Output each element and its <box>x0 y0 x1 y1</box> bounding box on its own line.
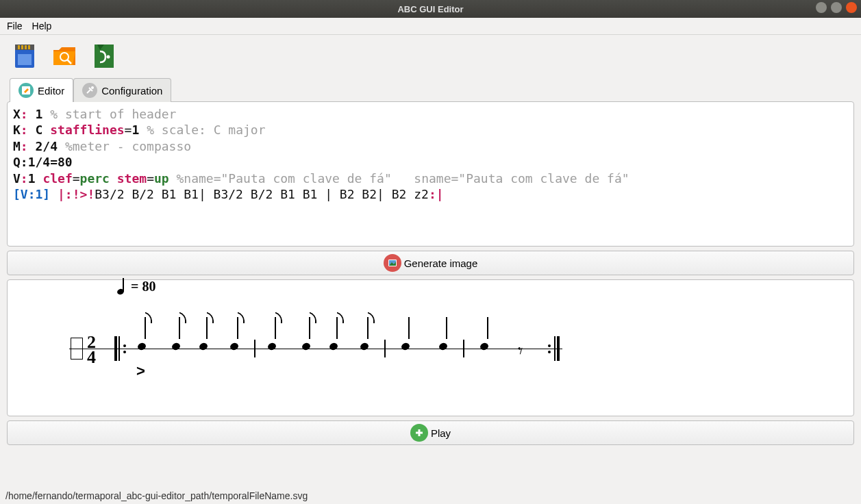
status-path: /home/fernando/termaporal_abc-gui-editor… <box>5 490 308 501</box>
quarter-note-icon <box>117 279 127 294</box>
menu-file[interactable]: File <box>7 21 23 32</box>
svg-rect-9 <box>95 45 114 68</box>
svg-point-13 <box>91 86 94 89</box>
generate-image-label: Generate image <box>404 257 478 269</box>
tempo-marking: = 80 <box>117 279 155 294</box>
edit-icon <box>18 83 34 98</box>
window-controls <box>816 2 857 13</box>
time-signature: 24 <box>87 335 96 365</box>
menu-help[interactable]: Help <box>32 21 52 32</box>
content-area: Editor Configuration X: 1 % start of hea… <box>0 77 861 489</box>
svg-rect-3 <box>21 45 23 49</box>
accent-mark: > <box>136 362 145 380</box>
toolbar <box>0 35 861 77</box>
score-preview: = 80 24 > 𝄾 <box>7 279 854 416</box>
abc-code-editor[interactable]: X: 1 % start of header K: C stafflines=1… <box>13 106 848 242</box>
repeat-end <box>546 336 560 361</box>
tabstrip: Editor Configuration <box>10 77 854 101</box>
play-button[interactable]: Play <box>7 420 854 445</box>
svg-rect-2 <box>18 45 20 49</box>
maximize-icon[interactable] <box>831 2 842 13</box>
folder-search-icon <box>51 42 78 69</box>
svg-rect-6 <box>18 54 32 65</box>
minimize-icon[interactable] <box>816 2 827 13</box>
statusbar: /home/fernando/termaporal_abc-gui-editor… <box>0 489 861 504</box>
svg-point-11 <box>107 55 110 59</box>
export-bracket-icon <box>90 42 118 69</box>
barline <box>463 340 464 357</box>
tab-configuration[interactable]: Configuration <box>73 78 171 102</box>
export-button[interactable] <box>89 40 119 71</box>
play-icon <box>410 424 428 442</box>
tab-configuration-label: Configuration <box>101 85 162 97</box>
barline <box>254 340 255 357</box>
tab-editor-label: Editor <box>38 85 64 97</box>
window-title: ABC GUI Editor <box>0 4 861 14</box>
sd-card-icon <box>11 42 38 69</box>
repeat-start <box>114 336 128 361</box>
titlebar: ABC GUI Editor <box>0 0 861 18</box>
editor-panel: X: 1 % start of header K: C stafflines=1… <box>7 101 854 247</box>
svg-rect-4 <box>25 45 27 49</box>
tab-editor[interactable]: Editor <box>10 78 73 102</box>
barline <box>384 340 386 357</box>
close-icon[interactable] <box>846 2 857 13</box>
save-button[interactable] <box>10 40 40 71</box>
play-label: Play <box>431 427 451 439</box>
image-icon <box>384 254 401 272</box>
svg-rect-5 <box>28 45 30 49</box>
percussion-clef <box>71 338 83 360</box>
menubar: File Help <box>0 18 861 35</box>
generate-image-button[interactable]: Generate image <box>7 251 854 275</box>
tools-icon <box>82 83 97 98</box>
open-button[interactable] <box>49 40 79 71</box>
